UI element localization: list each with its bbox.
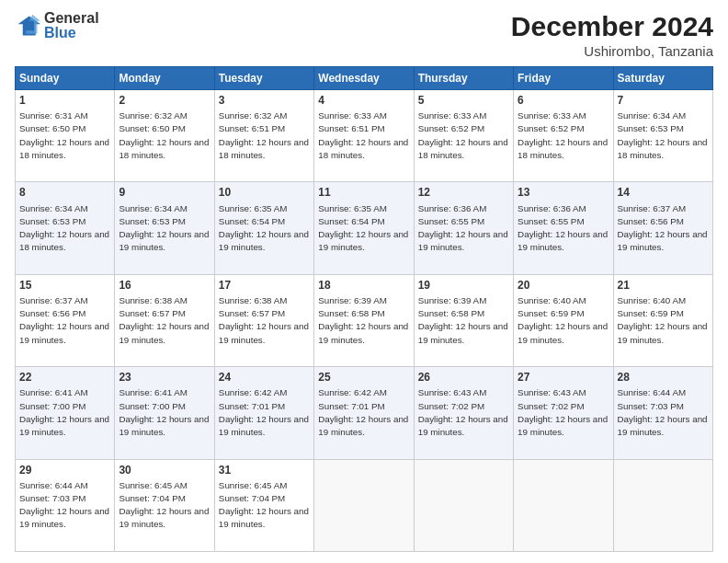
day-daylight: Daylight: 12 hours and 19 minutes.	[119, 229, 209, 252]
calendar-cell: 25 Sunrise: 6:42 AM Sunset: 7:01 PM Dayl…	[314, 367, 414, 459]
col-sunday: Sunday	[16, 67, 115, 90]
day-sunset: Sunset: 7:03 PM	[618, 401, 684, 411]
calendar-cell: 28 Sunrise: 6:44 AM Sunset: 7:03 PM Dayl…	[613, 367, 712, 459]
calendar-cell: 5 Sunrise: 6:33 AM Sunset: 6:52 PM Dayli…	[414, 90, 513, 182]
day-sunset: Sunset: 7:01 PM	[219, 401, 285, 411]
day-sunrise: Sunrise: 6:34 AM	[19, 203, 88, 213]
day-number: 27	[518, 370, 609, 385]
calendar-cell: 1 Sunrise: 6:31 AM Sunset: 6:50 PM Dayli…	[16, 90, 115, 182]
day-number: 2	[119, 93, 210, 108]
day-number: 10	[219, 185, 310, 200]
day-number: 20	[518, 278, 609, 293]
day-number: 18	[318, 278, 409, 293]
day-number: 17	[219, 278, 310, 293]
day-daylight: Daylight: 12 hours and 19 minutes.	[518, 229, 608, 252]
day-number: 24	[219, 370, 310, 385]
calendar-header-row: Sunday Monday Tuesday Wednesday Thursday…	[16, 67, 713, 90]
logo-general-label: General	[44, 11, 99, 26]
calendar-cell: 9 Sunrise: 6:34 AM Sunset: 6:53 PM Dayli…	[115, 182, 214, 274]
day-sunset: Sunset: 6:53 PM	[618, 123, 684, 133]
calendar-cell: 21 Sunrise: 6:40 AM Sunset: 6:59 PM Dayl…	[613, 274, 712, 366]
calendar-week-2: 8 Sunrise: 6:34 AM Sunset: 6:53 PM Dayli…	[16, 182, 713, 274]
day-sunrise: Sunrise: 6:43 AM	[518, 387, 586, 397]
day-number: 12	[418, 185, 509, 200]
day-sunrise: Sunrise: 6:44 AM	[19, 480, 88, 490]
day-sunset: Sunset: 6:56 PM	[618, 216, 684, 226]
day-sunset: Sunset: 6:57 PM	[119, 308, 185, 318]
calendar-cell: 15 Sunrise: 6:37 AM Sunset: 6:56 PM Dayl…	[16, 274, 115, 366]
col-wednesday: Wednesday	[314, 67, 414, 90]
day-daylight: Daylight: 12 hours and 19 minutes.	[618, 414, 708, 437]
logo-blue-label: Blue	[44, 26, 99, 40]
calendar-cell: 17 Sunrise: 6:38 AM Sunset: 6:57 PM Dayl…	[214, 274, 313, 366]
day-sunrise: Sunrise: 6:43 AM	[418, 387, 487, 397]
day-daylight: Daylight: 12 hours and 19 minutes.	[618, 229, 708, 252]
calendar-cell: 31 Sunrise: 6:45 AM Sunset: 7:04 PM Dayl…	[214, 459, 313, 551]
day-sunrise: Sunrise: 6:31 AM	[19, 110, 88, 121]
day-sunset: Sunset: 6:53 PM	[119, 216, 185, 226]
day-sunrise: Sunrise: 6:33 AM	[418, 110, 487, 121]
main-title: December 2024	[511, 11, 713, 41]
day-sunset: Sunset: 7:02 PM	[418, 401, 484, 411]
day-sunset: Sunset: 7:00 PM	[19, 401, 85, 411]
page: General Blue December 2024 Ushirombo, Ta…	[0, 0, 728, 563]
day-daylight: Daylight: 12 hours and 18 minutes.	[119, 137, 209, 160]
day-daylight: Daylight: 12 hours and 18 minutes.	[219, 137, 309, 160]
calendar-week-4: 22 Sunrise: 6:41 AM Sunset: 7:00 PM Dayl…	[16, 367, 713, 459]
calendar-cell: 30 Sunrise: 6:45 AM Sunset: 7:04 PM Dayl…	[115, 459, 214, 551]
col-thursday: Thursday	[414, 67, 513, 90]
day-number: 26	[418, 370, 509, 385]
day-daylight: Daylight: 12 hours and 18 minutes.	[19, 229, 109, 252]
day-daylight: Daylight: 12 hours and 19 minutes.	[418, 321, 508, 344]
day-daylight: Daylight: 12 hours and 19 minutes.	[219, 506, 309, 529]
calendar-week-5: 29 Sunrise: 6:44 AM Sunset: 7:03 PM Dayl…	[16, 459, 713, 551]
day-sunset: Sunset: 6:53 PM	[19, 216, 85, 226]
day-daylight: Daylight: 12 hours and 19 minutes.	[119, 414, 209, 437]
day-number: 3	[219, 93, 310, 108]
day-sunrise: Sunrise: 6:41 AM	[119, 387, 188, 397]
calendar-cell: 10 Sunrise: 6:35 AM Sunset: 6:54 PM Dayl…	[214, 182, 313, 274]
day-sunrise: Sunrise: 6:39 AM	[418, 295, 487, 305]
day-sunset: Sunset: 6:52 PM	[418, 123, 484, 133]
day-sunset: Sunset: 7:03 PM	[19, 493, 85, 503]
calendar-cell: 8 Sunrise: 6:34 AM Sunset: 6:53 PM Dayli…	[16, 182, 115, 274]
day-sunrise: Sunrise: 6:34 AM	[618, 110, 687, 121]
day-number: 1	[19, 93, 110, 108]
day-number: 6	[518, 93, 609, 108]
calendar-week-1: 1 Sunrise: 6:31 AM Sunset: 6:50 PM Dayli…	[16, 90, 713, 182]
calendar-cell	[514, 459, 613, 551]
day-sunset: Sunset: 7:01 PM	[318, 401, 384, 411]
day-sunrise: Sunrise: 6:42 AM	[219, 387, 288, 397]
calendar-cell: 27 Sunrise: 6:43 AM Sunset: 7:02 PM Dayl…	[514, 367, 613, 459]
day-number: 28	[618, 370, 709, 385]
day-daylight: Daylight: 12 hours and 18 minutes.	[518, 137, 608, 160]
day-daylight: Daylight: 12 hours and 19 minutes.	[19, 321, 109, 344]
calendar-cell: 11 Sunrise: 6:35 AM Sunset: 6:54 PM Dayl…	[314, 182, 414, 274]
day-daylight: Daylight: 12 hours and 19 minutes.	[518, 321, 608, 344]
logo-text: General Blue	[44, 11, 99, 40]
day-sunrise: Sunrise: 6:32 AM	[219, 110, 288, 121]
logo-icon	[15, 13, 40, 39]
calendar-cell: 24 Sunrise: 6:42 AM Sunset: 7:01 PM Dayl…	[214, 367, 313, 459]
day-number: 7	[618, 93, 709, 108]
col-friday: Friday	[514, 67, 613, 90]
header: General Blue December 2024 Ushirombo, Ta…	[15, 11, 713, 59]
day-sunset: Sunset: 6:54 PM	[219, 216, 285, 226]
day-number: 22	[19, 370, 110, 385]
day-sunrise: Sunrise: 6:39 AM	[318, 295, 387, 305]
calendar-cell: 6 Sunrise: 6:33 AM Sunset: 6:52 PM Dayli…	[514, 90, 613, 182]
calendar-cell	[414, 459, 513, 551]
day-sunrise: Sunrise: 6:35 AM	[318, 203, 387, 213]
col-saturday: Saturday	[613, 67, 712, 90]
day-sunset: Sunset: 6:50 PM	[119, 123, 185, 133]
subtitle: Ushirombo, Tanzania	[511, 43, 713, 59]
day-sunrise: Sunrise: 6:36 AM	[418, 203, 487, 213]
day-daylight: Daylight: 12 hours and 19 minutes.	[318, 321, 408, 344]
day-sunrise: Sunrise: 6:38 AM	[119, 295, 188, 305]
day-daylight: Daylight: 12 hours and 19 minutes.	[418, 414, 508, 437]
calendar-cell: 3 Sunrise: 6:32 AM Sunset: 6:51 PM Dayli…	[214, 90, 313, 182]
day-sunset: Sunset: 6:51 PM	[219, 123, 285, 133]
day-sunset: Sunset: 6:52 PM	[518, 123, 584, 133]
day-daylight: Daylight: 12 hours and 19 minutes.	[219, 414, 309, 437]
day-daylight: Daylight: 12 hours and 19 minutes.	[518, 414, 608, 437]
